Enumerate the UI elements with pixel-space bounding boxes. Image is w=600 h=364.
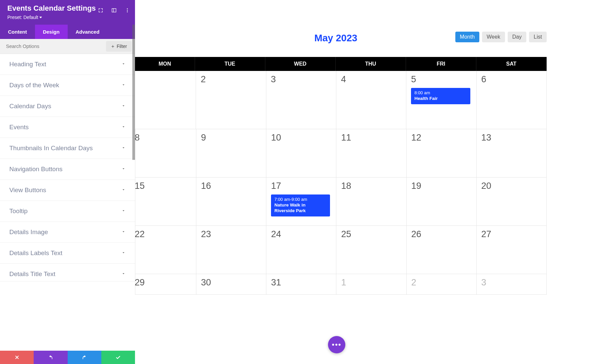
day-header: MON — [135, 57, 195, 71]
search-input[interactable] — [0, 39, 106, 54]
calendar-cell[interactable]: 6 — [477, 71, 547, 129]
undo-button[interactable] — [34, 351, 67, 364]
calendar-cell[interactable]: 29 — [135, 274, 196, 294]
option-item[interactable]: Tooltip — [0, 201, 135, 222]
day-number: 2 — [201, 74, 261, 85]
calendar-cell[interactable]: 3 — [266, 71, 336, 129]
calendar-cell[interactable]: 22 — [135, 226, 196, 274]
option-item[interactable]: View Buttons — [0, 180, 135, 201]
calendar-cell[interactable]: 13 — [477, 129, 547, 177]
chevron-down-icon — [121, 83, 126, 88]
option-item[interactable]: Thumbnails In Calendar Days — [0, 138, 135, 159]
filter-button[interactable]: Filter — [106, 41, 132, 52]
day-number: 23 — [201, 229, 261, 239]
calendar-cell[interactable]: 10 — [266, 129, 336, 177]
calendar-cell[interactable]: 15 — [135, 178, 196, 225]
tab-advanced[interactable]: Advanced — [68, 25, 108, 39]
day-number: 10 — [271, 133, 331, 143]
redo-button[interactable] — [68, 351, 101, 364]
day-number: 2 — [411, 277, 472, 288]
calendar-cell[interactable]: 16 — [196, 178, 266, 225]
calendar-cell[interactable]: 30 — [196, 274, 266, 294]
event-item[interactable]: 8:00 amHealth Fair — [411, 88, 470, 104]
calendar-cell[interactable]: 12 — [407, 129, 477, 177]
view-button-month[interactable]: Month — [455, 32, 479, 42]
calendar-title[interactable]: May 2023 — [314, 33, 357, 44]
calendar-cell[interactable]: 8 — [135, 129, 196, 177]
calendar-cell[interactable]: 4 — [336, 71, 406, 129]
calendar-cell[interactable]: 9 — [196, 129, 266, 177]
calendar-cell[interactable]: 24 — [266, 226, 336, 274]
calendar-cell[interactable]: 23 — [196, 226, 266, 274]
view-button-week[interactable]: Week — [482, 32, 505, 42]
day-number: 29 — [135, 277, 191, 288]
day-number: 18 — [341, 181, 401, 191]
day-number: 24 — [271, 229, 331, 239]
option-item[interactable]: Details Labels Text — [0, 243, 135, 264]
day-number: 3 — [481, 277, 542, 288]
view-button-day[interactable]: Day — [508, 32, 526, 42]
calendar-cell[interactable] — [135, 71, 196, 129]
tab-content[interactable]: Content — [0, 25, 35, 39]
day-number: 6 — [481, 74, 542, 85]
calendar-row: 8910111213 — [135, 129, 547, 178]
day-number: 22 — [135, 229, 191, 239]
calendar-header: May 2023 MonthWeekDayList — [135, 33, 547, 44]
event-item[interactable]: 7:00 am-9:00 amNature Walk in Riverside … — [271, 194, 330, 216]
calendar-cell[interactable]: 177:00 am-9:00 amNature Walk in Riversid… — [266, 178, 336, 225]
more-vertical-icon[interactable] — [124, 7, 130, 13]
option-item[interactable]: Calendar Days — [0, 96, 135, 117]
event-title: Nature Walk in Riverside Park — [274, 202, 327, 214]
day-number: 3 — [271, 74, 331, 85]
sidebar-header: Events Calendar Settings Preset: Default — [0, 0, 135, 25]
svg-point-3 — [127, 10, 128, 11]
day-number: 15 — [135, 181, 191, 191]
calendar-cell[interactable]: 20 — [477, 178, 547, 225]
calendar-cell[interactable]: 1 — [336, 274, 406, 294]
option-item[interactable]: Navigation Buttons — [0, 159, 135, 180]
settings-tabs: Content Design Advanced — [0, 25, 135, 39]
floating-action-button[interactable]: ••• — [328, 336, 345, 353]
expand-icon[interactable] — [98, 7, 104, 13]
chevron-down-icon — [121, 229, 126, 235]
calendar-cell[interactable]: 25 — [336, 226, 406, 274]
save-button[interactable] — [101, 351, 135, 364]
option-item[interactable]: Events — [0, 117, 135, 138]
calendar-cell[interactable]: 26 — [407, 226, 477, 274]
calendar-cell[interactable]: 31 — [266, 274, 336, 294]
option-item[interactable]: Days of the Week — [0, 75, 135, 96]
event-time: 8:00 am — [414, 90, 467, 95]
view-button-list[interactable]: List — [529, 32, 547, 42]
tab-design[interactable]: Design — [35, 25, 68, 39]
filter-label: Filter — [117, 44, 127, 49]
preset-dropdown[interactable]: Preset: Default — [7, 15, 128, 20]
calendar-cell[interactable]: 2 — [407, 274, 477, 294]
option-label: Thumbnails In Calendar Days — [9, 145, 93, 152]
option-label: Tooltip — [9, 207, 28, 215]
day-header: THU — [336, 57, 406, 71]
day-number: 5 — [411, 74, 471, 85]
day-number: 30 — [201, 277, 261, 288]
option-item[interactable]: Details Title Text — [0, 264, 135, 281]
calendar-cell[interactable]: 27 — [477, 226, 547, 274]
calendar-cell[interactable]: 3 — [477, 274, 547, 294]
calendar-cell[interactable]: 18 — [336, 178, 406, 225]
view-buttons: MonthWeekDayList — [455, 32, 547, 42]
cancel-button[interactable] — [0, 351, 34, 364]
calendar-cell[interactable]: 11 — [336, 129, 406, 177]
calendar-cell[interactable]: 58:00 amHealth Fair — [406, 71, 476, 129]
day-number: 19 — [411, 181, 472, 191]
option-item[interactable]: Details Image — [0, 222, 135, 243]
preset-label: Preset: Default — [7, 15, 38, 20]
calendar-cell[interactable]: 2 — [196, 71, 266, 129]
option-list: Heading TextDays of the WeekCalendar Day… — [0, 54, 135, 364]
chevron-down-icon — [121, 187, 126, 193]
svg-point-2 — [127, 8, 128, 9]
calendar-row: 293031123 — [135, 274, 547, 295]
day-header: FRI — [406, 57, 476, 71]
calendar-cell[interactable]: 19 — [407, 178, 477, 225]
chevron-down-icon — [121, 208, 126, 214]
option-item[interactable]: Heading Text — [0, 54, 135, 75]
sidebar-toggle-icon[interactable] — [111, 7, 117, 13]
day-number: 12 — [411, 133, 472, 143]
